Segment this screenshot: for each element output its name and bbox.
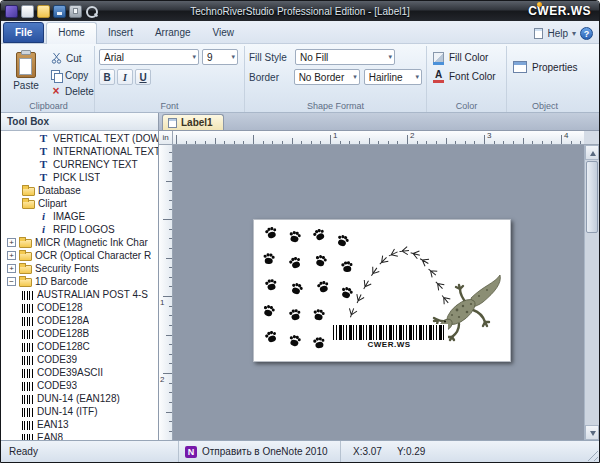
toolbox-item-label: INTERNATIONAL TEXT [53,146,158,157]
toolbox-item[interactable]: CODE39ASCII [1,366,158,379]
toolbox-item[interactable]: iIMAGE [1,210,158,223]
save-icon[interactable] [53,5,66,18]
properties-window-icon [513,61,527,73]
toolbox-item[interactable]: CODE128A [1,314,158,327]
toolbox-item[interactable]: Database [1,184,158,197]
group-label-font: Font [95,101,244,111]
fill-style-label: Fill Style [249,52,291,63]
titlebar: TechnoRiverStudio Professional Edition -… [1,1,599,21]
folder-icon [22,187,35,196]
resize-grip[interactable] [585,448,598,461]
font-color-button[interactable]: A Font Color [431,68,502,84]
toolbox-item[interactable]: EAN13 [1,418,158,431]
toolbox-item-label: CODE128C [37,341,90,352]
fill-color-button[interactable]: Fill Color [431,49,502,65]
fill-color-icon [433,52,444,63]
italic-button[interactable]: I [117,69,133,85]
toolbox-item[interactable]: CODE128B [1,327,158,340]
dropdown-arrow-icon: ▾ [229,53,235,61]
scroll-down-arrow-icon[interactable] [585,425,599,440]
toolbox-item-label: VERTICAL TEXT (DOW [53,133,158,144]
help-question-icon[interactable]: ? [580,27,593,40]
open-icon[interactable] [37,5,50,18]
barcode-icon [22,317,34,326]
app-window: TechnoRiverStudio Professional Edition -… [0,0,600,463]
barcode-icon [22,395,34,404]
barcode-icon [22,382,34,391]
cut-button[interactable]: Cut [49,51,96,66]
vertical-scrollbar[interactable] [584,145,599,440]
border-weight-select[interactable]: Hairline ▾ [364,69,422,85]
canvas-row: 12 [159,145,599,440]
toolbox-item[interactable]: TCURRENCY TEXT [1,158,158,171]
copy-icon [51,70,61,81]
new-document-icon[interactable] [21,5,34,18]
cursor-x-coordinate: X:3.07 [341,446,397,457]
collapse-icon[interactable]: − [7,277,16,286]
help-zone: Help ▾ ? [534,27,597,43]
toolbox-item[interactable]: EAN8 [1,431,158,440]
toolbox-item[interactable]: CODE93 [1,379,158,392]
design-canvas[interactable]: CWER.WS [173,145,584,440]
toolbox-item[interactable]: +MICR (Magnetic Ink Char [1,236,158,249]
chevron-down-icon[interactable]: ▾ [572,29,576,38]
toolbox-item-label: CODE39 [37,354,77,365]
paste-button[interactable]: Paste [7,49,45,99]
expand-icon[interactable]: + [7,264,16,273]
app-icon[interactable] [5,5,18,18]
vertical-ruler: 12 [159,145,173,440]
expand-icon[interactable]: + [7,251,16,260]
toolbox-item[interactable]: TPICK LIST [1,171,158,184]
group-font: Arial ▾ 9 ▾ B I U Font [95,46,245,112]
print-icon[interactable] [69,5,82,18]
cursor-y-coordinate: Y:0.29 [397,446,457,457]
toolbox-item[interactable]: Clipart [1,197,158,210]
barcode-object[interactable]: CWER.WS [330,324,448,350]
bold-button[interactable]: B [99,69,115,85]
status-bar: Ready N Отправить в OneNote 2010 X:3.07 … [1,440,599,462]
properties-button[interactable]: Properties [511,57,579,77]
toolbox-item[interactable]: iRFID LOGOS [1,223,158,236]
border-label: Border [249,72,290,83]
preview-icon[interactable] [85,5,98,18]
toolbox-item-label: DUN-14 (EAN128) [37,393,120,404]
delete-button[interactable]: × Delete [49,84,96,99]
toolbox-item[interactable]: DUN-14 (EAN128) [1,392,158,405]
toolbox-item[interactable]: CODE128C [1,340,158,353]
toolbox-item[interactable]: +OCR (Optical Character R [1,249,158,262]
group-shape-format: Fill Style No Fill ▾ Border No Border ▾ … [245,46,427,112]
scrollbar-thumb[interactable] [586,161,598,233]
folder-icon [19,252,32,261]
toolbox-item[interactable]: CODE39 [1,353,158,366]
document-tab-label1[interactable]: Label1 [162,114,224,130]
underline-button[interactable]: U [135,69,151,85]
tab-file[interactable]: File [3,22,44,43]
expand-icon[interactable]: + [7,238,16,247]
copy-button[interactable]: Copy [49,68,96,83]
font-family-select[interactable]: Arial ▾ [99,49,199,65]
label-sheet[interactable]: CWER.WS [253,219,511,362]
scissors-icon [51,52,62,64]
border-style-select[interactable]: No Border ▾ [294,69,360,85]
fill-style-select[interactable]: No Fill ▾ [295,49,395,65]
barcode-icon [22,369,34,378]
barcode-icon [22,421,34,430]
send-to-onenote-button[interactable]: N Отправить в OneNote 2010 [179,441,341,462]
group-label-clipboard: Clipboard [3,101,94,111]
toolbox-item[interactable]: DUN-14 (ITF) [1,405,158,418]
font-size-select[interactable]: 9 ▾ [202,49,238,65]
toolbox-item[interactable]: +Security Fonts [1,262,158,275]
dropdown-arrow-icon: ▾ [351,73,357,81]
toolbox-item[interactable]: −1D Barcode [1,275,158,288]
toolbox-item[interactable]: AUSTRALIAN POST 4-S [1,288,158,301]
toolbox-item[interactable]: TINTERNATIONAL TEXT [1,145,158,158]
scroll-up-arrow-icon[interactable] [585,145,599,160]
tab-insert[interactable]: Insert [97,23,144,43]
toolbox-item[interactable]: TVERTICAL TEXT (DOW [1,132,158,145]
delete-x-icon: × [51,86,61,97]
toolbox-item[interactable]: CODE128 [1,301,158,314]
help-menu[interactable]: Help [547,28,568,39]
tab-arrange[interactable]: Arrange [144,23,202,43]
tab-home[interactable]: Home [46,22,97,44]
tab-view[interactable]: View [202,23,246,43]
